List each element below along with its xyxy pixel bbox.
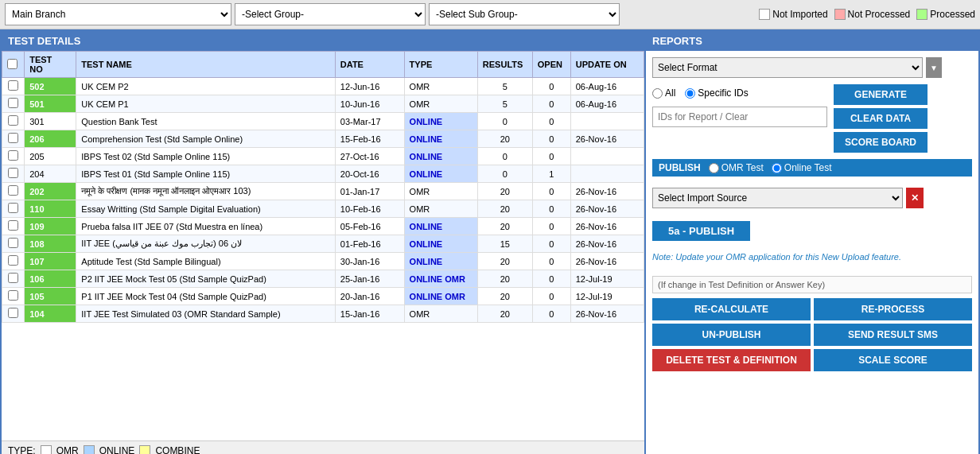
row-checkbox-cell[interactable]: [2, 165, 25, 183]
header-checkbox[interactable]: [2, 52, 25, 78]
row-checkbox-cell[interactable]: [2, 270, 25, 288]
format-arrow-button[interactable]: ▼: [926, 57, 942, 78]
row-type: ONLINE: [404, 148, 477, 165]
radio-specific[interactable]: [685, 88, 695, 99]
publish-button-row: 5a - PUBLISH: [652, 219, 972, 243]
row-checkbox-cell[interactable]: [2, 113, 25, 130]
table-row: 205 IBPS Test 02 (Std Sample Online 115)…: [2, 148, 644, 165]
send-sms-button[interactable]: SEND RESULT SMS: [814, 324, 972, 346]
not-imported-label: Not Imported: [772, 9, 827, 20]
table-row: 106 P2 IIT JEE Mock Test 05 (Std Sample …: [2, 270, 644, 288]
row-date: 05-Feb-16: [335, 218, 404, 235]
row-checkbox-cell[interactable]: [2, 78, 25, 95]
top-bar: Main Branch -Select Group- -Select Sub G…: [0, 0, 980, 29]
row-checkbox-cell[interactable]: [2, 183, 25, 200]
row-test-no: 109: [25, 218, 76, 235]
row-checkbox[interactable]: [8, 80, 18, 91]
row-checkbox[interactable]: [8, 220, 18, 231]
publish-radio-online-label[interactable]: Online Test: [772, 162, 832, 173]
row-checkbox-cell[interactable]: [2, 130, 25, 148]
clear-import-button[interactable]: ✕: [906, 188, 924, 208]
import-source-select[interactable]: Select Import Source: [652, 188, 903, 208]
table-row: 502 UK CEM P2 12-Jun-16 OMR 5 0 06-Aug-1…: [2, 78, 644, 95]
row-checkbox-cell[interactable]: [2, 95, 25, 113]
row-date: 01-Feb-16: [335, 235, 404, 253]
row-open: 0: [532, 305, 570, 323]
generate-button[interactable]: GENERATE: [834, 84, 928, 105]
row-checkbox[interactable]: [8, 185, 18, 196]
reprocess-button[interactable]: RE-PROCESS: [814, 298, 972, 320]
row-test-name: IIT JEE Test Simulated 03 (OMR Standard …: [76, 305, 336, 323]
radio-all-label[interactable]: All: [652, 87, 675, 99]
row-checkbox-cell[interactable]: [2, 253, 25, 270]
row-checkbox[interactable]: [8, 238, 18, 248]
row-checkbox[interactable]: [8, 98, 18, 108]
row-checkbox-cell[interactable]: [2, 305, 25, 323]
table-row: 501 UK CEM P1 10-Jun-16 OMR 5 0 06-Aug-1…: [2, 95, 644, 113]
row-open: 0: [532, 113, 570, 130]
row-test-no: 204: [25, 165, 76, 183]
scale-score-button[interactable]: SCALE SCORE: [814, 349, 972, 371]
publish-button[interactable]: 5a - PUBLISH: [652, 221, 750, 241]
legend: Not Imported Not Processed Processed: [759, 9, 975, 20]
reports-content: Select Format ▼ All Specific IDs: [646, 51, 978, 271]
row-test-no: 110: [25, 200, 76, 218]
row-checkbox-cell[interactable]: [2, 235, 25, 253]
radio-specific-label[interactable]: Specific IDs: [685, 87, 748, 99]
publish-radio-online[interactable]: [772, 163, 782, 173]
format-select[interactable]: Select Format: [652, 57, 923, 78]
clear-data-button[interactable]: CLEAR DATA: [834, 108, 928, 129]
ids-input[interactable]: [652, 107, 827, 127]
unpublish-button[interactable]: UN-PUBLISH: [652, 324, 811, 346]
row-date: 03-Mar-17: [335, 113, 404, 130]
row-update: 26-Nov-16: [570, 218, 644, 235]
row-type: OMR: [404, 78, 477, 95]
row-checkbox-cell[interactable]: [2, 218, 25, 235]
row-checkbox-cell[interactable]: [2, 148, 25, 165]
row-results: 20: [477, 270, 532, 288]
row-checkbox[interactable]: [8, 308, 18, 318]
subgroup-select[interactable]: -Select Sub Group-: [429, 3, 620, 25]
not-processed-box: [834, 9, 846, 20]
header-test-no: TESTNO: [25, 52, 76, 78]
type-legend: TYPE: OMR ONLINE COMBINE: [2, 440, 644, 454]
row-checkbox[interactable]: [8, 290, 18, 301]
row-checkbox-cell[interactable]: [2, 288, 25, 305]
row-checkbox[interactable]: [8, 168, 18, 178]
row-checkbox[interactable]: [8, 115, 18, 126]
row-test-no: 104: [25, 305, 76, 323]
row-checkbox-cell[interactable]: [2, 200, 25, 218]
group-select[interactable]: -Select Group-: [235, 3, 426, 25]
row-checkbox[interactable]: [8, 203, 18, 213]
row-update: 26-Nov-16: [570, 235, 644, 253]
recalculate-button[interactable]: RE-CALCULATE: [652, 298, 811, 320]
table-container[interactable]: TESTNO TEST NAME DATE TYPE RESULTS OPEN …: [2, 51, 644, 440]
row-test-name: UK CEM P2: [76, 78, 336, 95]
row-checkbox[interactable]: [8, 133, 18, 143]
row-type: OMR: [404, 305, 477, 323]
not-imported-box: [759, 9, 770, 20]
row-checkbox[interactable]: [8, 255, 18, 266]
branch-select[interactable]: Main Branch: [5, 3, 231, 25]
scoreboard-button[interactable]: SCORE BOARD: [834, 132, 928, 153]
row-results: 20: [477, 183, 532, 200]
publish-radio-omr[interactable]: [709, 163, 719, 173]
row-checkbox[interactable]: [8, 150, 18, 161]
row-test-name: Prueba falsa IIT JEE 07 (Std Muestra en …: [76, 218, 336, 235]
publish-radio-omr-label[interactable]: OMR Test: [709, 162, 764, 173]
row-date: 30-Jan-16: [335, 253, 404, 270]
omr-label: OMR: [56, 445, 79, 454]
row-date: 12-Jun-16: [335, 78, 404, 95]
delete-button[interactable]: DELETE TEST & DEFINITION: [652, 349, 811, 371]
radio-all[interactable]: [652, 88, 663, 99]
row-open: 0: [532, 130, 570, 148]
row-update: 26-Nov-16: [570, 200, 644, 218]
row-type: ONLINE: [404, 113, 477, 130]
select-all-checkbox[interactable]: [7, 59, 18, 69]
processed-label: Processed: [930, 9, 975, 20]
row-results: 5: [477, 95, 532, 113]
row-results: 20: [477, 253, 532, 270]
bottom-note: (If change in Test Definition or Answer …: [652, 276, 972, 293]
left-panel: TEST DETAILS TESTNO TEST NAME DATE TYPE …: [0, 29, 646, 454]
row-checkbox[interactable]: [8, 273, 18, 283]
